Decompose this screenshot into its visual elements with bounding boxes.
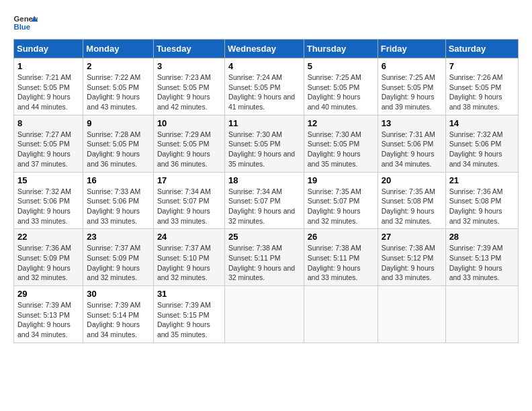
sunrise-text: Sunrise: 7:37 AM	[87, 243, 150, 253]
sunset-text: Sunset: 5:05 PM	[87, 83, 150, 93]
sunset-text: Sunset: 5:05 PM	[308, 83, 374, 93]
day-number: 18	[228, 175, 300, 185]
sunrise-text: Sunrise: 7:27 AM	[17, 130, 79, 140]
day-info: Sunrise: 7:22 AM Sunset: 5:05 PM Dayligh…	[87, 73, 150, 112]
calendar-day: 18 Sunrise: 7:34 AM Sunset: 5:07 PM Dayl…	[224, 172, 304, 229]
calendar-day	[304, 286, 378, 343]
day-info: Sunrise: 7:37 AM Sunset: 5:10 PM Dayligh…	[157, 243, 221, 283]
calendar-week-2: 8 Sunrise: 7:27 AM Sunset: 5:05 PM Dayli…	[14, 115, 519, 172]
sunset-text: Sunset: 5:08 PM	[382, 196, 442, 206]
day-number: 2	[87, 61, 150, 71]
daylight-text: Daylight: 9 hours and 43 minutes.	[87, 92, 150, 111]
daylight-text: Daylight: 9 hours and 41 minutes.	[228, 92, 300, 111]
day-info: Sunrise: 7:37 AM Sunset: 5:09 PM Dayligh…	[87, 243, 150, 283]
sunrise-text: Sunrise: 7:34 AM	[157, 187, 221, 197]
day-info: Sunrise: 7:30 AM Sunset: 5:05 PM Dayligh…	[308, 130, 374, 169]
day-number: 8	[17, 118, 79, 128]
day-info: Sunrise: 7:35 AM Sunset: 5:08 PM Dayligh…	[382, 187, 442, 226]
svg-text:Blue: Blue	[14, 23, 31, 31]
sunrise-text: Sunrise: 7:30 AM	[228, 130, 300, 140]
calendar-day: 23 Sunrise: 7:37 AM Sunset: 5:09 PM Dayl…	[83, 229, 154, 286]
sunrise-text: Sunrise: 7:21 AM	[17, 73, 79, 83]
sunset-text: Sunset: 5:11 PM	[228, 253, 300, 263]
sunrise-text: Sunrise: 7:39 AM	[17, 300, 79, 310]
weekday-header-monday: Monday	[83, 40, 154, 58]
sunrise-text: Sunrise: 7:35 AM	[382, 187, 442, 197]
sunset-text: Sunset: 5:15 PM	[157, 310, 221, 320]
day-info: Sunrise: 7:31 AM Sunset: 5:06 PM Dayligh…	[382, 130, 442, 169]
sunset-text: Sunset: 5:06 PM	[87, 196, 150, 206]
daylight-text: Daylight: 9 hours and 44 minutes.	[17, 92, 79, 111]
calendar-day: 2 Sunrise: 7:22 AM Sunset: 5:05 PM Dayli…	[83, 58, 154, 116]
day-info: Sunrise: 7:30 AM Sunset: 5:05 PM Dayligh…	[228, 130, 300, 169]
weekday-header-sunday: Sunday	[14, 40, 83, 58]
daylight-text: Daylight: 9 hours and 33 minutes.	[87, 206, 150, 226]
day-info: Sunrise: 7:32 AM Sunset: 5:06 PM Dayligh…	[449, 130, 515, 169]
logo: General Blue	[13, 13, 38, 32]
daylight-text: Daylight: 9 hours and 32 minutes.	[157, 263, 221, 283]
daylight-text: Daylight: 9 hours and 33 minutes.	[382, 263, 442, 283]
sunset-text: Sunset: 5:05 PM	[449, 83, 515, 93]
calendar-day: 9 Sunrise: 7:28 AM Sunset: 5:05 PM Dayli…	[83, 115, 154, 172]
sunrise-text: Sunrise: 7:32 AM	[449, 130, 515, 140]
weekday-header-friday: Friday	[378, 40, 445, 58]
sunrise-text: Sunrise: 7:39 AM	[449, 243, 515, 253]
day-info: Sunrise: 7:34 AM Sunset: 5:07 PM Dayligh…	[228, 187, 300, 226]
day-number: 12	[308, 118, 374, 128]
sunset-text: Sunset: 5:07 PM	[308, 196, 374, 206]
daylight-text: Daylight: 9 hours and 34 minutes.	[382, 149, 442, 169]
weekday-header-wednesday: Wednesday	[224, 40, 304, 58]
daylight-text: Daylight: 9 hours and 33 minutes.	[449, 263, 515, 283]
day-info: Sunrise: 7:23 AM Sunset: 5:05 PM Dayligh…	[157, 73, 221, 112]
calendar-day: 22 Sunrise: 7:36 AM Sunset: 5:09 PM Dayl…	[14, 229, 83, 286]
day-number: 10	[157, 118, 221, 128]
daylight-text: Daylight: 9 hours and 38 minutes.	[449, 92, 515, 111]
calendar-table: SundayMondayTuesdayWednesdayThursdayFrid…	[13, 39, 519, 343]
day-number: 16	[87, 175, 150, 185]
day-number: 31	[157, 289, 221, 299]
day-number: 6	[382, 61, 442, 71]
sunset-text: Sunset: 5:05 PM	[157, 83, 221, 93]
day-info: Sunrise: 7:32 AM Sunset: 5:06 PM Dayligh…	[17, 187, 79, 226]
sunset-text: Sunset: 5:05 PM	[87, 139, 150, 149]
day-number: 28	[449, 232, 515, 242]
sunset-text: Sunset: 5:13 PM	[449, 253, 515, 263]
sunset-text: Sunset: 5:05 PM	[17, 139, 79, 149]
calendar-day: 1 Sunrise: 7:21 AM Sunset: 5:05 PM Dayli…	[14, 58, 83, 116]
sunset-text: Sunset: 5:05 PM	[228, 139, 300, 149]
sunrise-text: Sunrise: 7:29 AM	[157, 130, 221, 140]
daylight-text: Daylight: 9 hours and 39 minutes.	[382, 92, 442, 111]
sunset-text: Sunset: 5:07 PM	[228, 196, 300, 206]
sunrise-text: Sunrise: 7:26 AM	[449, 73, 515, 83]
daylight-text: Daylight: 9 hours and 32 minutes.	[308, 206, 374, 226]
day-info: Sunrise: 7:36 AM Sunset: 5:08 PM Dayligh…	[449, 187, 515, 226]
sunset-text: Sunset: 5:08 PM	[449, 196, 515, 206]
calendar-day: 26 Sunrise: 7:38 AM Sunset: 5:11 PM Dayl…	[304, 229, 378, 286]
calendar-day: 11 Sunrise: 7:30 AM Sunset: 5:05 PM Dayl…	[224, 115, 304, 172]
day-number: 13	[382, 118, 442, 128]
daylight-text: Daylight: 9 hours and 34 minutes.	[449, 149, 515, 169]
sunrise-text: Sunrise: 7:24 AM	[228, 73, 300, 83]
sunset-text: Sunset: 5:09 PM	[87, 253, 150, 263]
daylight-text: Daylight: 9 hours and 36 minutes.	[87, 149, 150, 169]
calendar-day: 15 Sunrise: 7:32 AM Sunset: 5:06 PM Dayl…	[14, 172, 83, 229]
weekday-header-tuesday: Tuesday	[153, 40, 224, 58]
sunset-text: Sunset: 5:14 PM	[87, 310, 150, 320]
calendar-day: 10 Sunrise: 7:29 AM Sunset: 5:05 PM Dayl…	[153, 115, 224, 172]
day-number: 26	[308, 232, 374, 242]
sunrise-text: Sunrise: 7:37 AM	[157, 243, 221, 253]
sunrise-text: Sunrise: 7:33 AM	[87, 187, 150, 197]
daylight-text: Daylight: 9 hours and 32 minutes.	[228, 206, 300, 226]
sunset-text: Sunset: 5:05 PM	[157, 139, 221, 149]
calendar-day: 27 Sunrise: 7:38 AM Sunset: 5:12 PM Dayl…	[378, 229, 445, 286]
day-info: Sunrise: 7:21 AM Sunset: 5:05 PM Dayligh…	[17, 73, 79, 112]
day-info: Sunrise: 7:38 AM Sunset: 5:12 PM Dayligh…	[382, 243, 442, 283]
calendar-week-3: 15 Sunrise: 7:32 AM Sunset: 5:06 PM Dayl…	[14, 172, 519, 229]
day-number: 9	[87, 118, 150, 128]
sunrise-text: Sunrise: 7:35 AM	[308, 187, 374, 197]
day-number: 11	[228, 118, 300, 128]
day-number: 5	[308, 61, 374, 71]
calendar-day: 12 Sunrise: 7:30 AM Sunset: 5:05 PM Dayl…	[304, 115, 378, 172]
calendar-day: 21 Sunrise: 7:36 AM Sunset: 5:08 PM Dayl…	[445, 172, 518, 229]
weekday-header-saturday: Saturday	[445, 40, 518, 58]
